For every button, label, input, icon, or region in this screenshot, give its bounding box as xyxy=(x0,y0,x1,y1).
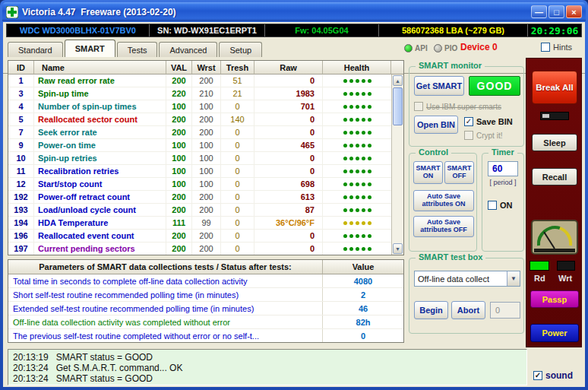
header-tresh[interactable]: Tresh xyxy=(221,61,254,75)
smart-row-193[interactable]: 193Load/unload cycle count200200087 xyxy=(8,204,391,217)
tab-smart[interactable]: SMART xyxy=(65,40,115,57)
autosave-on-button[interactable]: Auto Save attributes ON xyxy=(413,190,474,211)
drive-capacity: 586072368 LBA (~279 GB) xyxy=(379,24,528,36)
maximize-button[interactable]: □ xyxy=(548,5,564,18)
header-wrst[interactable]: Wrst xyxy=(192,61,221,75)
health-indicator xyxy=(323,75,391,87)
cell-wrst: 100 xyxy=(192,100,221,113)
smart-row-192[interactable]: 192Power-off retract count2002000613 xyxy=(8,191,391,204)
pio-radio-icon[interactable] xyxy=(434,44,442,52)
sound-checkbox[interactable]: ✓ xyxy=(533,371,542,380)
cell-raw: 0 xyxy=(254,126,323,138)
smart-row-11[interactable]: 11Recalibration retries10010000 xyxy=(8,165,391,178)
cell-val: 200 xyxy=(166,243,192,255)
smart-row-194[interactable]: 194HDA Temperature11199036°C/96°F xyxy=(8,217,391,230)
cell-val: 200 xyxy=(166,75,192,87)
scrollbar-thumb[interactable] xyxy=(393,87,403,125)
header-raw[interactable]: Raw xyxy=(254,61,323,75)
cell-raw: 0 xyxy=(254,230,323,242)
open-bin-button[interactable]: Open BIN xyxy=(414,116,458,134)
cell-val: 200 xyxy=(166,204,192,216)
smart-on-button[interactable]: SMART ON xyxy=(413,161,443,184)
smart-row-9[interactable]: 9Power-on time1001000465 xyxy=(8,139,391,152)
smart-row-7[interactable]: 7Seek error rate20020000 xyxy=(8,126,391,139)
write-label: Wrt xyxy=(558,274,572,283)
health-indicator xyxy=(323,87,391,100)
cell-val: 200 xyxy=(166,191,192,203)
autosave-off-button[interactable]: Auto Save attributes OFF xyxy=(413,216,474,237)
header-id[interactable]: ID xyxy=(8,61,34,75)
header-name[interactable]: Name xyxy=(34,61,166,75)
close-button[interactable]: × xyxy=(566,5,582,18)
cell-raw: 0 xyxy=(254,113,323,125)
tab-tests[interactable]: Tests xyxy=(117,42,158,57)
param-description: Extended self-test routine recommended p… xyxy=(8,302,323,315)
tab-setup[interactable]: Setup xyxy=(219,42,262,57)
cell-wrst: 200 xyxy=(192,126,221,138)
minimize-button[interactable]: — xyxy=(531,5,547,18)
cell-tresh: 0 xyxy=(221,152,254,164)
cell-tresh: 0 xyxy=(221,126,254,138)
params-row[interactable]: Extended self-test routine recommended p… xyxy=(8,302,403,315)
get-smart-button[interactable]: Get SMART xyxy=(414,76,464,96)
cell-val: 100 xyxy=(166,152,192,164)
health-indicator xyxy=(323,165,391,177)
power-button[interactable]: Power xyxy=(530,324,579,342)
tab-advanced[interactable]: Advanced xyxy=(159,42,217,57)
chevron-down-icon[interactable]: ▼ xyxy=(507,271,520,286)
smart-row-10[interactable]: 10Spin-up retries10010000 xyxy=(8,152,391,165)
smart-row-4[interactable]: 4Number of spin-up times1001000701 xyxy=(8,100,391,113)
smart-row-12[interactable]: 12Start/stop count1001000698 xyxy=(8,178,391,191)
cell-wrst: 100 xyxy=(192,165,221,177)
smart-row-5[interactable]: 5Reallocated sector count2002001400 xyxy=(8,113,391,126)
timer-period-input[interactable]: 60 xyxy=(488,161,518,176)
params-header-value[interactable]: Value xyxy=(323,260,403,274)
hints-checkbox[interactable] xyxy=(541,43,550,52)
params-row[interactable]: The previous self-test routine completed… xyxy=(8,329,403,343)
sleep-button[interactable]: Sleep xyxy=(532,134,577,151)
param-description: Short self-test routine recommended poll… xyxy=(8,288,323,301)
smart-off-button[interactable]: SMART OFF xyxy=(444,161,474,184)
break-all-button[interactable]: Break All xyxy=(532,71,577,104)
passp-button[interactable]: Passp xyxy=(530,290,579,308)
sound-area: ✓ sound xyxy=(529,349,585,385)
params-header-desc[interactable]: Parameters of SMART data collections tes… xyxy=(8,260,323,274)
timer-on-checkbox[interactable] xyxy=(488,201,497,210)
params-row[interactable]: Off-line data collection activity was co… xyxy=(8,315,403,329)
smart-row-196[interactable]: 196Reallocated event count20020000 xyxy=(8,230,391,243)
recall-button[interactable]: Recall xyxy=(532,168,577,185)
cell-raw: 698 xyxy=(254,178,323,190)
test-type-select[interactable]: Off-line data collect ▼ xyxy=(414,271,520,287)
health-indicator xyxy=(323,113,391,125)
save-bin-checkbox[interactable]: ✓ xyxy=(464,117,473,126)
table-scrollbar[interactable]: ▲ ▼ xyxy=(391,75,403,255)
scroll-down-icon[interactable]: ▼ xyxy=(393,243,403,254)
activity-block xyxy=(542,114,549,118)
api-radio-icon[interactable] xyxy=(404,44,413,52)
begin-test-button[interactable]: Begin xyxy=(414,301,448,319)
tab-standard[interactable]: Standard xyxy=(8,42,63,57)
cell-raw: 0 xyxy=(254,152,323,164)
param-value: 82h xyxy=(323,315,403,328)
cell-id: 5 xyxy=(8,113,34,125)
smart-row-197[interactable]: 197Current pending sectors20020000 xyxy=(8,243,391,255)
scroll-up-icon[interactable]: ▲ xyxy=(393,75,403,86)
cell-name: Start/stop count xyxy=(34,178,166,190)
params-row[interactable]: Short self-test routine recommended poll… xyxy=(8,288,403,302)
control-title: Control xyxy=(416,147,451,157)
title-bar[interactable]: Victoria 4.47 Freeware (2013-02-20) — □ … xyxy=(2,2,586,21)
abort-test-button[interactable]: Abort xyxy=(451,301,485,319)
cell-name: Spin-up retries xyxy=(34,152,166,164)
cell-wrst: 200 xyxy=(192,113,221,125)
cell-raw: 465 xyxy=(254,139,323,151)
header-health[interactable]: Health xyxy=(323,61,391,75)
params-row[interactable]: Total time in seconds to complete off-li… xyxy=(8,274,403,288)
log-area[interactable]: 20:13:19 SMART status = GOOD20:13:24 Get… xyxy=(8,349,527,385)
smart-row-3[interactable]: 3Spin-up time220210211983 xyxy=(8,87,391,100)
health-indicator xyxy=(323,139,391,151)
smart-attributes-table: ID Name VAL Wrst Tresh Raw Health 1Raw r… xyxy=(8,60,404,255)
header-filler xyxy=(391,61,403,75)
smart-row-1[interactable]: 1Raw read error rate200200510 xyxy=(8,75,391,87)
header-val[interactable]: VAL xyxy=(166,61,192,75)
crypt-checkbox xyxy=(464,131,473,140)
